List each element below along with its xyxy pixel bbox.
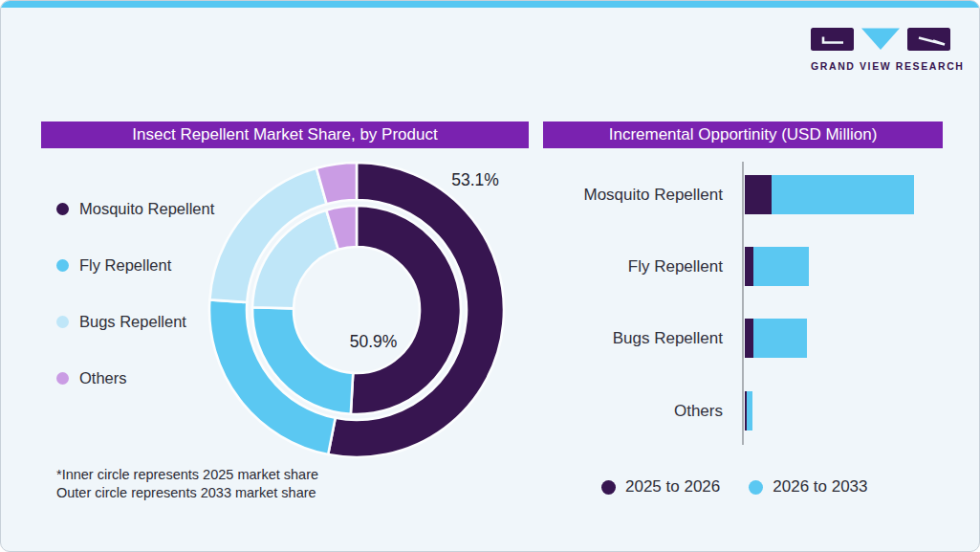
bar-segment-2026-to-2033 [747,391,752,431]
legend-item-fly-repellent: Fly Repellent [56,253,214,277]
inner-ring-2025-segment-0 [351,206,461,414]
report-card: GRAND VIEW RESEARCH Insect Repellent Mar… [0,0,980,552]
bar-segment-2026-to-2033 [772,175,914,214]
right-chart-title: Incremental Opportinity (USD Million) [543,121,943,148]
bar-row-others: Others [546,391,947,431]
legend-swatch-fly [56,259,69,272]
inner-ring-2025-segment-1 [252,307,353,414]
outer-ring-2033-segment-3 [316,163,357,204]
footnote-line-1: *Inner circle represents 2025 market sha… [56,466,318,484]
legend-item-2025-to-2026: 2025 to 2026 [601,477,720,497]
legend-swatch-mosquito [56,203,69,215]
top-accent-bar [1,1,979,8]
legend-swatch-2025-2026 [601,480,616,495]
bar-segment-2025-to-2026 [745,247,753,286]
logo-mark [811,28,950,51]
footnote-line-2: Outer circle represents 2033 market shar… [56,484,318,502]
bar-track [745,319,807,358]
donut-legend: Mosquito Repellent Fly Repellent Bugs Re… [56,196,214,422]
outer-ring-2033-segment-1 [209,299,336,454]
legend-label: 2026 to 2033 [773,477,867,497]
left-chart-title: Insect Repellent Market Share, by Produc… [41,121,529,148]
bar-category-label: Fly Repellent [546,247,723,286]
legend-item-bugs-repellent: Bugs Repellent [56,309,214,334]
legend-label: Others [79,369,127,387]
bar-category-label: Bugs Repellent [546,319,723,358]
legend-label: Mosquito Repellent [79,200,214,218]
outer-ring-2033-segment-2 [209,168,326,302]
bar-segment-2026-to-2033 [753,319,807,358]
bar-row-fly-repellent: Fly Repellent [546,247,947,286]
bar-row-mosquito-repellent: Mosquito Repellent [546,175,947,214]
bar-chart-legend: 2025 to 2026 2026 to 2033 [601,477,868,497]
incremental-opportunity-bar-chart: Mosquito Repellent Fly Repellent Bugs Re… [546,162,947,449]
inner-ring-value-label: 50.9% [338,332,409,352]
bar-track [745,391,752,431]
inner-ring-2025-segment-2 [252,210,338,309]
bar-row-bugs-repellent: Bugs Repellent [546,319,947,358]
logo-wordmark: GRAND VIEW RESEARCH [811,60,950,72]
legend-label: Bugs Repellent [79,313,186,331]
donut-footnote: *Inner circle represents 2025 market sha… [56,466,318,502]
grand-view-research-logo: GRAND VIEW RESEARCH [811,28,950,72]
legend-item-others: Others [56,365,214,390]
inner-ring-2025-segment-3 [326,206,357,250]
bar-track [745,175,914,214]
legend-item-2026-to-2033: 2026 to 2033 [749,477,867,497]
logo-triangle-icon [861,29,900,51]
logo-g-block [811,28,854,51]
bar-category-label: Mosquito Repellent [546,175,723,214]
legend-item-mosquito-repellent: Mosquito Repellent [56,196,214,221]
outer-ring-2033-segment-0 [328,163,504,457]
legend-label: 2025 to 2026 [625,477,720,497]
legend-swatch-others [56,372,69,385]
legend-swatch-2026-2033 [749,480,763,495]
bar-segment-2025-to-2026 [745,319,753,358]
legend-swatch-bugs [56,316,69,328]
outer-ring-value-label: 53.1% [441,170,510,190]
bar-segment-2025-to-2026 [745,175,772,214]
bar-segment-2026-to-2033 [753,247,809,286]
legend-label: Fly Repellent [79,256,171,275]
bar-category-label: Others [546,391,723,431]
bar-track [745,247,809,286]
